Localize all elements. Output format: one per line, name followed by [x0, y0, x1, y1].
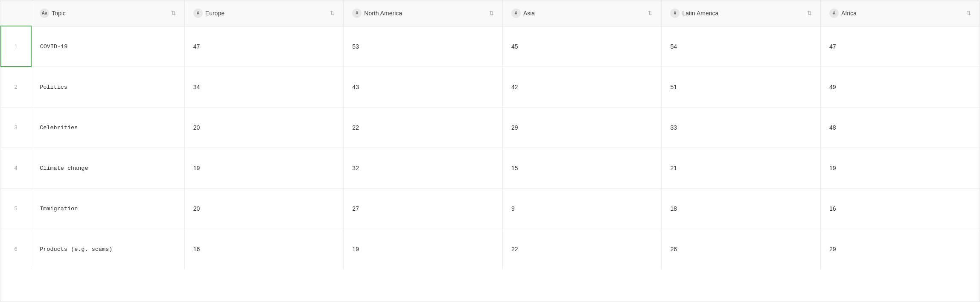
col-label-africa: Africa [841, 10, 964, 17]
col-header-latin-america[interactable]: # Latin America ⇅ [662, 0, 821, 26]
col-header-rownum [1, 0, 31, 26]
cell-asia: 42 [502, 67, 662, 107]
table-row[interactable]: 5Immigration202791816 [1, 188, 980, 229]
cell-north-america: 19 [344, 229, 503, 269]
cell-latin-america: 26 [662, 229, 821, 269]
cell-africa: 19 [820, 148, 980, 188]
cell-topic: Climate change [31, 148, 185, 188]
cell-africa: 16 [820, 188, 980, 229]
latin-america-type-icon: # [670, 9, 680, 18]
cell-latin-america: 21 [662, 148, 821, 188]
cell-north-america: 27 [344, 188, 503, 229]
cell-latin-america: 33 [662, 107, 821, 148]
table-header-row: Aa Topic ⇅ # Europe ⇅ # North Americ [1, 0, 980, 26]
cell-asia: 29 [502, 107, 662, 148]
cell-latin-america: 54 [662, 26, 821, 67]
table-row[interactable]: 3Celebrities2022293348 [1, 107, 980, 148]
data-table: Aa Topic ⇅ # Europe ⇅ # North Americ [0, 0, 980, 302]
cell-rownum: 6 [1, 229, 31, 269]
cell-rownum: 3 [1, 107, 31, 148]
sort-icon-topic[interactable]: ⇅ [171, 10, 176, 16]
cell-north-america: 43 [344, 67, 503, 107]
cell-asia: 22 [502, 229, 662, 269]
col-header-asia[interactable]: # Asia ⇅ [502, 0, 662, 26]
asia-type-icon: # [511, 9, 521, 18]
cell-europe: 19 [184, 148, 344, 188]
sort-icon-africa[interactable]: ⇅ [966, 10, 971, 16]
cell-africa: 29 [820, 229, 980, 269]
table-row[interactable]: 6Products (e.g. scams)1619222629 [1, 229, 980, 269]
topic-type-icon: Aa [40, 9, 49, 18]
cell-rownum: 1 [1, 26, 31, 67]
table-row[interactable]: 2Politics3443425149 [1, 67, 980, 107]
col-label-latin-america: Latin America [682, 10, 805, 17]
col-header-africa[interactable]: # Africa ⇅ [820, 0, 980, 26]
table-row[interactable]: 4Climate change1932152119 [1, 148, 980, 188]
sort-icon-north-america[interactable]: ⇅ [489, 10, 494, 16]
cell-latin-america: 51 [662, 67, 821, 107]
cell-north-america: 53 [344, 26, 503, 67]
cell-asia: 9 [502, 188, 662, 229]
cell-topic: Products (e.g. scams) [31, 229, 185, 269]
col-label-north-america: North America [364, 10, 487, 17]
cell-rownum: 2 [1, 67, 31, 107]
col-label-asia: Asia [523, 10, 646, 17]
sort-icon-europe[interactable]: ⇅ [330, 10, 335, 16]
cell-europe: 34 [184, 67, 344, 107]
cell-topic: Immigration [31, 188, 185, 229]
cell-africa: 47 [820, 26, 980, 67]
col-label-topic: Topic [52, 10, 169, 17]
col-header-europe[interactable]: # Europe ⇅ [184, 0, 344, 26]
cell-africa: 48 [820, 107, 980, 148]
cell-north-america: 32 [344, 148, 503, 188]
north-america-type-icon: # [352, 9, 362, 18]
cell-asia: 45 [502, 26, 662, 67]
africa-type-icon: # [829, 9, 839, 18]
sort-icon-latin-america[interactable]: ⇅ [807, 10, 812, 16]
europe-type-icon: # [193, 9, 203, 18]
cell-africa: 49 [820, 67, 980, 107]
cell-rownum: 5 [1, 188, 31, 229]
cell-europe: 20 [184, 188, 344, 229]
cell-topic: Celebrities [31, 107, 185, 148]
cell-europe: 20 [184, 107, 344, 148]
cell-europe: 16 [184, 229, 344, 269]
cell-rownum: 4 [1, 148, 31, 188]
col-header-topic[interactable]: Aa Topic ⇅ [31, 0, 185, 26]
cell-latin-america: 18 [662, 188, 821, 229]
table-row[interactable]: 1COVID-194753455447 [1, 26, 980, 67]
cell-north-america: 22 [344, 107, 503, 148]
col-label-europe: Europe [205, 10, 328, 17]
cell-topic: Politics [31, 67, 185, 107]
cell-europe: 47 [184, 26, 344, 67]
col-header-north-america[interactable]: # North America ⇅ [344, 0, 503, 26]
cell-asia: 15 [502, 148, 662, 188]
sort-icon-asia[interactable]: ⇅ [648, 10, 653, 16]
cell-topic: COVID-19 [31, 26, 185, 67]
